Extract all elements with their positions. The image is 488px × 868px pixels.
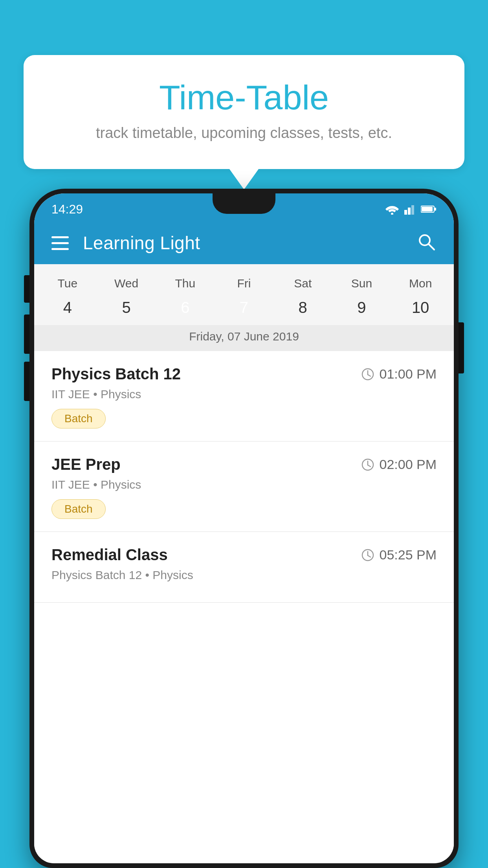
svg-rect-2 bbox=[408, 208, 411, 215]
phone-volume-down-btn bbox=[24, 314, 29, 354]
schedule-title-3: Remedial Class bbox=[51, 546, 168, 564]
status-icons bbox=[385, 200, 437, 215]
day-label-wed: Wed bbox=[97, 272, 156, 295]
schedule-subtitle-1: IIT JEE • Physics bbox=[51, 388, 437, 401]
schedule-item-3[interactable]: Remedial Class 05:25 PM Physics Batch 12… bbox=[34, 532, 454, 603]
signal-icon bbox=[404, 204, 416, 215]
bubble-subtitle: track timetable, upcoming classes, tests… bbox=[55, 125, 433, 142]
clock-icon-1 bbox=[361, 368, 374, 381]
schedule-subtitle-3: Physics Batch 12 • Physics bbox=[51, 568, 437, 582]
schedule-item-2[interactable]: JEE Prep 02:00 PM IIT JEE • Physics Batc… bbox=[34, 441, 454, 532]
schedule-time-text-2: 02:00 PM bbox=[379, 457, 437, 472]
phone-volume-up-btn bbox=[24, 275, 29, 303]
battery-icon bbox=[421, 205, 437, 213]
phone-frame: 14:29 bbox=[29, 189, 459, 868]
app-bar: Learning Light bbox=[34, 222, 454, 264]
day-labels: Tue Wed Thu Fri Sat Sun Mon bbox=[34, 272, 454, 295]
selected-date-label: Friday, 07 June 2019 bbox=[34, 325, 454, 351]
day-label-thu: Thu bbox=[156, 272, 215, 295]
schedule-time-3: 05:25 PM bbox=[361, 547, 437, 563]
svg-rect-6 bbox=[435, 208, 436, 211]
clock-icon-2 bbox=[361, 458, 374, 471]
day-6-today[interactable]: 6 bbox=[156, 295, 215, 320]
schedule-title-1: Physics Batch 12 bbox=[51, 365, 181, 383]
schedule-item-2-header: JEE Prep 02:00 PM bbox=[51, 456, 437, 473]
day-label-sat: Sat bbox=[273, 272, 332, 295]
phone-silent-btn bbox=[24, 362, 29, 401]
schedule-title-2: JEE Prep bbox=[51, 456, 121, 473]
svg-rect-5 bbox=[422, 207, 433, 211]
schedule-time-text-3: 05:25 PM bbox=[379, 547, 437, 563]
bubble-title: Time-Table bbox=[55, 79, 433, 117]
svg-rect-3 bbox=[411, 205, 414, 215]
day-8[interactable]: 8 bbox=[273, 295, 332, 320]
schedule-container: Physics Batch 12 01:00 PM IIT JEE • Phys… bbox=[34, 351, 454, 852]
svg-point-0 bbox=[391, 213, 393, 215]
day-7-selected[interactable]: 7 bbox=[215, 295, 273, 320]
day-4[interactable]: 4 bbox=[38, 295, 97, 320]
svg-line-11 bbox=[368, 375, 371, 376]
day-label-mon: Mon bbox=[391, 272, 450, 295]
app-title: Learning Light bbox=[83, 232, 403, 254]
schedule-time-text-1: 01:00 PM bbox=[379, 366, 437, 382]
batch-badge-2: Batch bbox=[51, 499, 106, 519]
schedule-item-3-header: Remedial Class 05:25 PM bbox=[51, 546, 437, 564]
day-label-fri: Fri bbox=[215, 272, 273, 295]
day-9[interactable]: 9 bbox=[332, 295, 391, 320]
status-time: 14:29 bbox=[51, 199, 83, 217]
speech-bubble-section: Time-Table track timetable, upcoming cla… bbox=[24, 55, 464, 169]
schedule-subtitle-2: IIT JEE • Physics bbox=[51, 478, 437, 491]
svg-line-14 bbox=[368, 465, 371, 467]
hamburger-menu-button[interactable] bbox=[51, 236, 69, 250]
wifi-icon bbox=[385, 204, 400, 215]
clock-icon-3 bbox=[361, 548, 374, 562]
schedule-item-1-header: Physics Batch 12 01:00 PM bbox=[51, 365, 437, 383]
svg-line-17 bbox=[368, 555, 371, 557]
day-10[interactable]: 10 bbox=[391, 295, 450, 320]
day-5[interactable]: 5 bbox=[97, 295, 156, 320]
phone-notch bbox=[213, 193, 275, 214]
schedule-item-1[interactable]: Physics Batch 12 01:00 PM IIT JEE • Phys… bbox=[34, 351, 454, 441]
day-numbers: 4 5 6 7 8 9 10 bbox=[34, 295, 454, 325]
speech-bubble: Time-Table track timetable, upcoming cla… bbox=[24, 55, 464, 169]
day-label-sun: Sun bbox=[332, 272, 391, 295]
svg-line-8 bbox=[429, 244, 434, 250]
batch-badge-1: Batch bbox=[51, 409, 106, 428]
day-label-tue: Tue bbox=[38, 272, 97, 295]
calendar-header: Tue Wed Thu Fri Sat Sun Mon 4 5 6 7 8 9 … bbox=[34, 264, 454, 351]
phone-power-btn bbox=[459, 322, 464, 373]
phone-screen: 14:29 bbox=[34, 193, 454, 863]
schedule-time-2: 02:00 PM bbox=[361, 457, 437, 472]
svg-rect-1 bbox=[404, 210, 407, 215]
schedule-time-1: 01:00 PM bbox=[361, 366, 437, 382]
search-button[interactable] bbox=[417, 232, 437, 254]
